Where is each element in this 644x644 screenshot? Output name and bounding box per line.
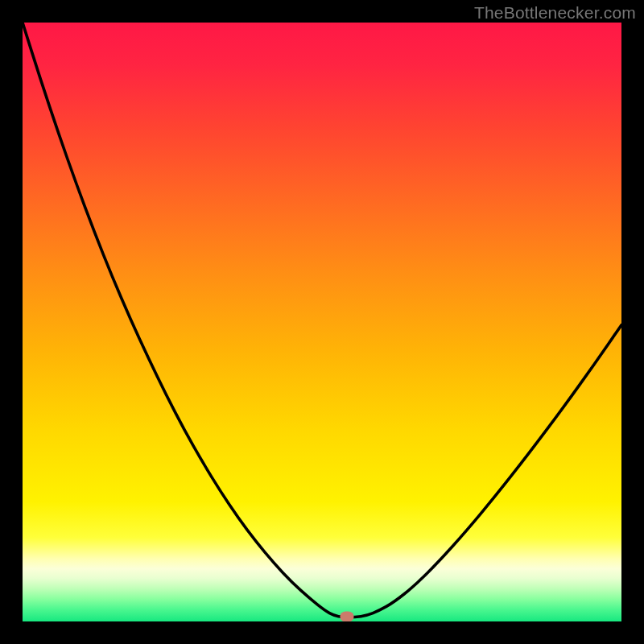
bottleneck-curve: [23, 23, 621, 621]
optimum-marker: [340, 612, 353, 621]
chart-stage: TheBottlenecker.com: [0, 0, 644, 644]
plot-area: [23, 23, 621, 621]
watermark-text: TheBottlenecker.com: [474, 3, 636, 23]
